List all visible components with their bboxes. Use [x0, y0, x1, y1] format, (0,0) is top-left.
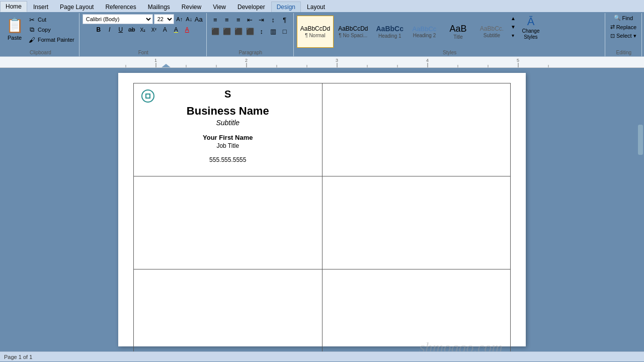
tab-page-layout[interactable]: Page Layout	[54, 2, 99, 12]
increase-indent-button[interactable]: ⇥	[256, 14, 267, 25]
tab-insert[interactable]: Insert	[28, 2, 54, 12]
clear-format-button[interactable]: Aa	[194, 14, 203, 24]
card-cell-bottom-left[interactable]	[134, 269, 323, 352]
underline-button[interactable]: U	[116, 25, 126, 35]
subscript-button[interactable]: X₂	[138, 25, 148, 35]
font-label: Font	[80, 50, 206, 55]
strikethrough-button[interactable]: ab	[127, 25, 137, 35]
tab-references[interactable]: References	[100, 2, 141, 12]
styles-scroll: ▲ ▼ ▾	[509, 14, 517, 39]
shrink-font-button[interactable]: A↓	[185, 14, 194, 24]
style-normal-label: ¶ Normal	[305, 33, 325, 38]
show-marks-button[interactable]: ¶	[279, 14, 290, 25]
font-name-select[interactable]: Calibri (Body)	[83, 14, 153, 24]
main-area: S Business Name Subtitle Your First Name…	[0, 68, 644, 351]
svg-text:5: 5	[517, 58, 519, 63]
tab-review[interactable]: Review	[176, 2, 207, 12]
style-items: AaBbCcDd ¶ Normal AaBbCcDd ¶ No Spaci...…	[297, 14, 508, 49]
style-normal[interactable]: AaBbCcDd ¶ Normal	[297, 16, 334, 48]
left-sidebar	[0, 68, 8, 351]
style-title[interactable]: AaB Title	[442, 16, 474, 48]
align-center-button[interactable]: ⬛	[221, 26, 232, 37]
find-icon: 🔍	[614, 15, 621, 21]
justify-button[interactable]: ⬛	[245, 26, 256, 37]
card-cell-main[interactable]: S Business Name Subtitle Your First Name…	[134, 83, 323, 176]
tab-mailings[interactable]: Mailings	[142, 2, 176, 12]
clipboard-label: Clipboard	[2, 50, 79, 55]
business-card-table: S Business Name Subtitle Your First Name…	[133, 83, 511, 351]
style-heading1[interactable]: AaBbCc Heading 1	[373, 16, 407, 48]
select-label: Select ▾	[616, 33, 636, 39]
sort-button[interactable]: ↕	[268, 14, 279, 25]
style-no-spacing-label: ¶ No Spaci...	[339, 33, 367, 38]
card-cell-middle-left[interactable]	[134, 176, 323, 269]
decrease-indent-button[interactable]: ⇤	[245, 14, 256, 25]
grow-font-button[interactable]: A↑	[175, 14, 184, 24]
align-right-button[interactable]: ⬛	[233, 26, 244, 37]
styles-expand[interactable]: ▾	[509, 31, 517, 39]
change-styles-button[interactable]: Ā ChangeStyles	[518, 14, 543, 41]
superscript-button[interactable]: X²	[149, 25, 159, 35]
bullets-button[interactable]: ≡	[210, 14, 221, 25]
style-subtitle-label: Subtitle	[484, 33, 500, 38]
tab-layout[interactable]: Layout	[301, 2, 331, 12]
svg-text:2: 2	[245, 58, 248, 63]
para-row1: ≡ ≡ ≡ ⇤ ⇥ ↕ ¶	[210, 14, 290, 25]
styles-label: Styles	[295, 50, 605, 55]
card-cell-bottom-right[interactable]: shmoggo.com	[322, 269, 511, 352]
bold-button[interactable]: B	[94, 25, 104, 35]
clipboard-small-buttons: ✂ Cut ⧉ Copy 🖌 Format Painter	[26, 14, 76, 44]
tab-developer[interactable]: Developer	[232, 2, 271, 12]
card-business-name: Business Name	[141, 105, 314, 118]
multilevel-button[interactable]: ≡	[233, 14, 244, 25]
format-painter-button[interactable]: 🖌 Format Painter	[26, 35, 76, 44]
find-button[interactable]: 🔍 Find	[612, 14, 635, 22]
tab-home[interactable]: Home	[0, 1, 27, 12]
font-size-select[interactable]: 22	[154, 14, 174, 24]
svg-text:1: 1	[154, 58, 157, 63]
align-left-button[interactable]: ⬛	[210, 26, 221, 37]
cut-icon: ✂	[28, 16, 36, 24]
card-cell-right-top[interactable]	[322, 83, 511, 176]
clipboard-group: 📋 Paste ✂ Cut ⧉ Copy 🖌 Format Painter	[2, 13, 79, 56]
status-bar: Page 1 of 1	[0, 351, 644, 361]
style-normal-preview: AaBbCcDd	[300, 25, 330, 32]
paste-icon: 📋	[7, 16, 23, 35]
line-spacing-button[interactable]: ↕	[256, 26, 267, 37]
card-cell-middle-right[interactable]	[322, 176, 511, 269]
paste-button[interactable]: 📋 Paste	[4, 14, 25, 42]
font-color-button[interactable]: A	[182, 25, 192, 35]
card-job-title: Job Title	[141, 142, 314, 149]
select-button[interactable]: ⊡ Select ▾	[608, 32, 638, 40]
editing-group: 🔍 Find ⇄ Replace ⊡ Select ▾ Editing	[606, 13, 642, 56]
select-icon: ⊡	[610, 33, 615, 39]
card-row-middle	[134, 176, 511, 269]
styles-scroll-up[interactable]: ▲	[509, 14, 517, 22]
style-no-spacing[interactable]: AaBbCcDd ¶ No Spaci...	[335, 16, 371, 48]
replace-label: Replace	[616, 24, 636, 30]
text-effects-button[interactable]: A	[160, 25, 170, 35]
document-area: S Business Name Subtitle Your First Name…	[8, 68, 636, 351]
style-heading2[interactable]: AaBbCc Heading 2	[408, 16, 441, 48]
styles-scroll-down[interactable]: ▼	[509, 23, 517, 31]
format-painter-label: Format Painter	[38, 37, 74, 43]
style-subtitle[interactable]: AaBbCc. Subtitle	[475, 16, 508, 48]
copy-button[interactable]: ⧉ Copy	[26, 25, 76, 34]
shading-button[interactable]: ▥	[268, 26, 279, 37]
document[interactable]: S Business Name Subtitle Your First Name…	[118, 73, 526, 346]
ribbon-tabs: Home Insert Page Layout References Maili…	[0, 0, 644, 12]
text-highlight-button[interactable]: A	[171, 25, 181, 35]
cut-button[interactable]: ✂ Cut	[26, 15, 76, 24]
style-title-preview: AaB	[449, 24, 466, 35]
tab-view[interactable]: View	[207, 2, 231, 12]
scroll-thumb[interactable]	[638, 125, 643, 155]
format-painter-icon: 🖌	[28, 36, 36, 44]
font-group: Calibri (Body) 22 A↑ A↓ Aa B I U ab	[80, 13, 207, 56]
svg-text:4: 4	[426, 58, 429, 63]
tab-design[interactable]: Design	[271, 2, 301, 12]
replace-button[interactable]: ⇄ Replace	[608, 23, 638, 31]
numbering-button[interactable]: ≡	[221, 14, 232, 25]
borders-button[interactable]: □	[279, 26, 290, 37]
italic-button[interactable]: I	[105, 25, 115, 35]
style-heading1-label: Heading 1	[378, 33, 401, 39]
